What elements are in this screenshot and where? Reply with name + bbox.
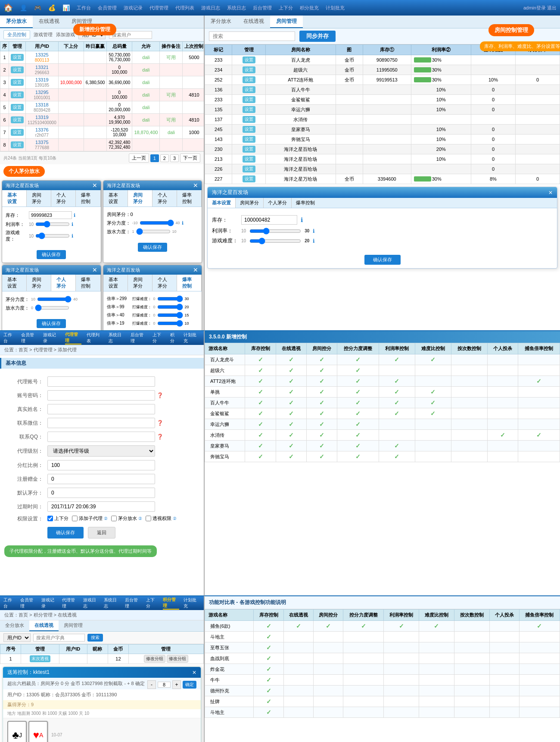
perm-mafen[interactable]: 茅分放水 ② [111, 515, 142, 522]
input-dividend[interactable] [47, 460, 155, 470]
nav2-backend[interactable]: 后台管理 [131, 332, 147, 344]
nav2-agent-list[interactable]: 代理列表 [87, 332, 103, 344]
nav2-workbench[interactable]: 工作台 [3, 332, 16, 344]
dtab-room-4[interactable]: 房间茅分 [128, 275, 152, 291]
page-next[interactable]: 下一页 [180, 153, 200, 163]
room-btn-set-2[interactable]: 设置 [243, 66, 255, 73]
btn-apply[interactable]: 确定 [183, 681, 196, 689]
nav-icon-home[interactable]: 🏠 [3, 3, 13, 13]
bbtn-modify-group-2[interactable]: 修改分组 [167, 655, 188, 663]
room-btn-set-5[interactable]: 设置 [243, 96, 255, 103]
subtab-game[interactable]: 游戏管理 [34, 31, 53, 38]
nav-tab-updown[interactable]: 上下分 [279, 5, 293, 11]
select-agent-level[interactable]: 请选择代理等级 [47, 445, 155, 457]
room-btn-set-3[interactable]: 设置 [243, 76, 255, 83]
bnav-member[interactable]: 会员管理 [20, 597, 37, 609]
btab-online[interactable]: 在线透视 [29, 620, 59, 631]
nav-icon-chart[interactable]: 📊 [62, 4, 70, 11]
btn-plus[interactable]: + [172, 680, 181, 689]
bnav-agent[interactable]: 代理管理 [62, 597, 79, 609]
nav-tab-sys-log[interactable]: 系统日志 [227, 5, 246, 11]
bnav-plan[interactable]: 计划批充 [184, 597, 200, 609]
slider-mafen-3[interactable] [37, 296, 72, 303]
btn-set-7[interactable]: 设置 [11, 129, 24, 136]
slider-water-level[interactable] [136, 228, 171, 235]
subtab-all[interactable]: 全员控制 [3, 30, 30, 39]
dtab-boom-4[interactable]: 爆率控制 [177, 275, 202, 291]
nav2-agent[interactable]: 代理管理 [65, 332, 82, 344]
perm-updown[interactable]: 上下分 [47, 515, 68, 522]
btn-sync-save[interactable]: 同步并存 [299, 31, 336, 42]
nav2-game-record[interactable]: 游戏记录 [43, 332, 60, 344]
nav-tab-game-log[interactable]: 游戏日志 [201, 5, 220, 11]
tab-online[interactable]: 在线透视 [33, 16, 65, 28]
btn-set-5[interactable]: 设置 [11, 104, 24, 111]
rdtab-personal[interactable]: 个人茅分 [264, 198, 292, 208]
page-3[interactable]: 3 [170, 154, 179, 162]
control-dialog-close[interactable]: ✕ [192, 670, 196, 676]
dtab-room-3[interactable]: 房间茅分 [27, 275, 51, 291]
rtab-online[interactable]: 在线透视 [237, 16, 270, 28]
slider-mafen-level[interactable] [140, 219, 174, 226]
nav-tab-backend[interactable]: 后台管理 [253, 5, 272, 11]
dtab-personal-3[interactable]: 个人茅分 [51, 275, 76, 291]
dialog-close-2[interactable]: ✕ [193, 182, 198, 189]
ctrl-value[interactable] [158, 682, 171, 688]
bsearch-input[interactable] [33, 634, 85, 642]
bnav-sys-log[interactable]: 系统日志 [104, 597, 121, 609]
bnav-workbench[interactable]: 工作台 [3, 597, 16, 609]
nav-icon-money[interactable]: 💰 [48, 4, 56, 11]
dtab-basic-3[interactable]: 基本设置 [2, 275, 27, 291]
btab-room[interactable]: 房间管理 [59, 620, 88, 631]
perm-add-sub-agent[interactable]: 添加子代理 ② [72, 515, 108, 522]
nav-tab-plan[interactable]: 计划批充 [326, 5, 345, 11]
nav-tab-agent[interactable]: 代理管理 [149, 5, 168, 11]
btn-set-4[interactable]: 设置 [11, 91, 24, 98]
btn-minus[interactable]: - [147, 680, 156, 689]
rtab-room[interactable]: 房间管理 [270, 16, 303, 28]
bnav-backend[interactable]: 后台管理 [125, 597, 142, 609]
dtab-room-1[interactable]: 房间茅分 [27, 190, 51, 207]
room-dialog-close[interactable]: ✕ [548, 190, 553, 196]
input-default-mafen[interactable] [47, 488, 155, 498]
room-btn-set-6[interactable]: 设置 [243, 106, 255, 113]
nav-tab-game-record[interactable]: 游戏记录 [124, 5, 143, 11]
input-wechat[interactable] [47, 418, 155, 428]
dialog-close-4[interactable]: ✕ [193, 266, 198, 273]
dtab-personal-1[interactable]: 个人茅分 [51, 190, 76, 207]
rdtab-room[interactable]: 房间茅分 [236, 198, 264, 208]
nav-icon-user[interactable]: 👤 [20, 4, 27, 11]
nav-icon-game[interactable]: 🎮 [34, 4, 41, 11]
btn-set-3[interactable]: 设置 [11, 79, 24, 86]
input-realname[interactable] [47, 404, 155, 414]
input-agent-id[interactable] [47, 376, 155, 387]
dtab-personal-2[interactable]: 个人茅分 [152, 190, 177, 207]
slider-rd-profit[interactable] [249, 228, 301, 235]
room-btn-set-13[interactable]: 设置 [243, 175, 255, 182]
nav-tab-workbench[interactable]: 工作台 [77, 5, 91, 11]
btn-confirm-save[interactable]: 确认保存 [47, 527, 84, 538]
rtab-mafen[interactable]: 茅分放水 [205, 16, 237, 28]
input-register-coins[interactable] [47, 474, 155, 484]
dtab-boom-1[interactable]: 爆率控制 [76, 190, 100, 207]
btn-set-2[interactable]: 设置 [11, 66, 24, 73]
btn-confirm-3[interactable]: 确认保存 [37, 319, 66, 328]
subtab-add[interactable]: 添加游戏 [56, 31, 75, 38]
dialog-close-3[interactable]: ✕ [92, 266, 97, 273]
dtab-boom-3[interactable]: 爆率控制 [76, 275, 100, 291]
dtab-room-2[interactable]: 房间茅分 [128, 190, 152, 207]
btn-set-1[interactable]: 设置 [11, 54, 24, 61]
room-btn-set-9[interactable]: 设置 [243, 136, 255, 143]
tab-mafen[interactable]: 茅分放水 [0, 16, 33, 28]
btn-set-6[interactable]: 设置 [11, 116, 24, 123]
rdtab-boom[interactable]: 爆率控制 [292, 198, 319, 208]
nav2-sys-log[interactable]: 系统日志 [109, 332, 125, 344]
page-1[interactable]: 1 [150, 154, 159, 162]
slider-99[interactable] [157, 304, 183, 310]
nav-tab-score[interactable]: 积分批充 [300, 5, 319, 11]
nav2-member[interactable]: 会员管理 [21, 332, 38, 344]
rdtab-basic[interactable]: 基本设置 [208, 198, 236, 208]
bnav-game-log[interactable]: 游戏日志 [83, 597, 100, 609]
bbtn-last-view[interactable]: 末次透视 [30, 655, 50, 662]
btab-score[interactable]: 全分放水 [0, 620, 29, 631]
